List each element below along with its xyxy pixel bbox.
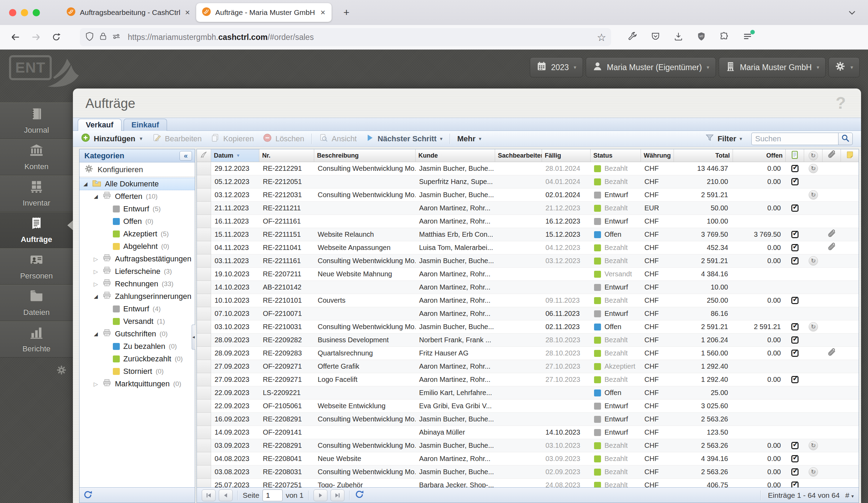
table-row[interactable]: 28.09.2023RE-2209283QuartalsrechnungFrit… xyxy=(197,347,859,360)
minimize-window-button[interactable] xyxy=(21,9,28,16)
category-item[interactable]: ▷Lieferscheine(3) xyxy=(80,265,195,278)
column-header-sachbearbeiter[interactable]: Sachbearbeiter xyxy=(495,149,542,162)
booked-checkbox[interactable] xyxy=(791,376,799,383)
booked-checkbox[interactable] xyxy=(791,257,799,265)
help-icon[interactable]: ? xyxy=(836,93,846,112)
table-row[interactable]: 27.09.2023OF-2209271Offerte GrafikAaron … xyxy=(197,360,859,373)
edit-button[interactable]: Bearbeiten xyxy=(148,133,206,145)
prev-page-button[interactable] xyxy=(219,489,233,501)
table-row[interactable]: 03.09.2023RE-2208291Consulting Webentwic… xyxy=(197,439,859,452)
category-item[interactable]: ▷Auftragsbestätigungen(13) xyxy=(80,253,195,265)
category-item[interactable]: Storniert(0) xyxy=(80,365,195,378)
bookmark-star-icon[interactable]: ☆ xyxy=(597,31,606,43)
sidebar-item-inventar[interactable]: Inventar xyxy=(0,175,73,212)
company-selector[interactable]: Maria Muster GmbH ▾ xyxy=(719,57,826,77)
caret-expanded-icon[interactable]: ◢ xyxy=(93,331,99,337)
booked-checkbox[interactable] xyxy=(791,442,799,449)
ublock-shield-icon[interactable]: uO xyxy=(696,32,706,43)
configure-button[interactable]: Konfigurieren xyxy=(80,162,195,177)
more-button[interactable]: Mehr▾ xyxy=(453,133,486,145)
table-row[interactable]: 16.11.2023OF-2211161Aaron Martinez, Rohr… xyxy=(197,215,859,228)
browser-tab-1[interactable]: Auftragsbearbeitung - CashCtrl × xyxy=(61,3,196,22)
count-column-selector[interactable]: # ▾ xyxy=(845,491,854,500)
caret-collapsed-icon[interactable]: ▷ xyxy=(93,281,99,287)
filter-button[interactable]: Filter▾ xyxy=(701,133,746,145)
table-row[interactable]: 25.07.2023RE-2207251Togo- ZubehörBarbara… xyxy=(197,479,859,487)
category-item[interactable]: ◢Alle Dokumente xyxy=(80,178,195,190)
table-row[interactable]: 21.11.2023RE-2211211Aaron Martinez, Rohr… xyxy=(197,202,859,215)
next-page-button[interactable] xyxy=(314,489,327,501)
column-header-status[interactable]: Status xyxy=(591,149,641,162)
category-item[interactable]: Offen(0) xyxy=(80,215,195,228)
caret-collapsed-icon[interactable]: ▷ xyxy=(93,256,99,262)
sidebar-item-personen[interactable]: Personen xyxy=(0,248,73,285)
caret-collapsed-icon[interactable]: ▷ xyxy=(93,381,99,387)
tab-close-icon[interactable]: × xyxy=(320,8,326,17)
browser-tab-2[interactable]: Aufträge - Maria Muster GmbH – × xyxy=(196,3,332,22)
table-row[interactable]: 29.12.2023RE-2212291Consulting Webentwic… xyxy=(197,162,859,175)
table-row[interactable]: 16.09.2023RE-2208291Consulting Webentwic… xyxy=(197,413,859,426)
tab-einkauf[interactable]: Einkauf xyxy=(124,119,167,131)
pocket-icon[interactable] xyxy=(651,32,660,43)
category-item[interactable]: ◢Gutschriften(0) xyxy=(80,328,195,340)
table-row[interactable]: 22.09.2023OF-2105061Webseite Entwicklung… xyxy=(197,400,859,413)
column-header-note[interactable] xyxy=(841,149,859,162)
tab-close-icon[interactable]: × xyxy=(184,8,191,17)
new-tab-button[interactable]: + xyxy=(341,7,352,18)
sidebar-item-journal[interactable]: Journal xyxy=(0,102,73,139)
back-icon[interactable] xyxy=(10,32,21,43)
table-row[interactable]: 07.10.2023OF-2210071Aaron Martinez, Rohr… xyxy=(197,307,859,320)
last-page-button[interactable] xyxy=(331,489,344,501)
url-bar[interactable]: https://mariamustergmbh.cashctrl.com/#or… xyxy=(80,28,611,46)
table-row[interactable]: 03.08.2023RE-2208031Consulting Webentwic… xyxy=(197,466,859,479)
search-button[interactable] xyxy=(838,133,853,145)
table-row[interactable]: 03.10.2023RE-2210031Consulting Webentwic… xyxy=(197,320,859,334)
table-row[interactable]: 03.11.2023RE-2211161Consulting Webentwic… xyxy=(197,254,859,268)
column-header-datum[interactable]: Datum▼ xyxy=(211,149,259,162)
table-row[interactable]: 19.10.2023RE-2207211Neue Website Mahnung… xyxy=(197,268,859,281)
search-input[interactable] xyxy=(751,133,838,145)
refresh-icon[interactable] xyxy=(354,489,364,501)
table-row[interactable]: 27.09.2023RE-2209271Logo FaceliftAaron M… xyxy=(197,373,859,386)
category-item[interactable]: Zurückbezahlt(0) xyxy=(80,353,195,365)
table-row[interactable]: 04.08.2023RE-2208041Neue WebsiteAaron Ma… xyxy=(197,452,859,466)
booked-checkbox[interactable] xyxy=(791,481,799,487)
booked-checkbox[interactable] xyxy=(791,350,799,357)
booked-checkbox[interactable] xyxy=(791,231,799,238)
view-button[interactable]: Ansicht xyxy=(315,133,361,145)
sidebar-gear-icon[interactable] xyxy=(56,365,67,377)
sidebar-item-aufträge[interactable]: Aufträge xyxy=(0,212,73,248)
reload-icon[interactable] xyxy=(51,32,61,42)
sidebar-item-berichte[interactable]: Berichte xyxy=(0,321,73,358)
page-input[interactable] xyxy=(262,489,283,501)
close-window-button[interactable] xyxy=(9,9,16,16)
download-icon[interactable] xyxy=(674,32,683,43)
booked-checkbox[interactable] xyxy=(791,165,799,172)
column-header-waehrung[interactable]: Währung xyxy=(641,149,674,162)
extension-puzzle-icon[interactable] xyxy=(719,32,729,43)
booked-checkbox[interactable] xyxy=(791,178,799,185)
collapse-panel-button[interactable]: « xyxy=(180,151,192,161)
category-item[interactable]: ◢Offerten(10) xyxy=(80,190,195,203)
column-header-attachment[interactable] xyxy=(823,149,841,162)
zoom-window-button[interactable] xyxy=(33,9,40,16)
booked-checkbox[interactable] xyxy=(791,455,799,462)
booked-checkbox[interactable] xyxy=(791,468,799,476)
category-item[interactable]: Akzeptiert(5) xyxy=(80,228,195,240)
booked-checkbox[interactable] xyxy=(791,204,799,212)
table-row[interactable]: 05.12.2023RE-2212051Superfritz Hanz, Sup… xyxy=(197,175,859,188)
column-header-offen[interactable]: Offen xyxy=(733,149,786,162)
lock-icon[interactable] xyxy=(99,32,108,42)
category-item[interactable]: ▷Rechnungen(33) xyxy=(80,278,195,290)
category-item[interactable]: Versandt(1) xyxy=(80,315,195,328)
column-header-kunde[interactable]: Kunde xyxy=(416,149,495,162)
wrench-icon[interactable] xyxy=(628,32,637,43)
menu-hamburger-icon[interactable] xyxy=(742,31,753,43)
caret-expanded-icon[interactable]: ◢ xyxy=(93,193,99,200)
category-item[interactable]: ▷Marktquittungen(0) xyxy=(80,378,195,390)
column-header-faellig[interactable]: Fällig xyxy=(542,149,591,162)
caret-expanded-icon[interactable]: ◢ xyxy=(93,293,99,300)
column-header-booked[interactable] xyxy=(786,149,804,162)
url-text[interactable]: https://mariamustergmbh.cashctrl.com/#or… xyxy=(128,33,593,42)
table-row[interactable]: 15.11.2023RE-2211151Website RelaunchMatt… xyxy=(197,228,859,241)
